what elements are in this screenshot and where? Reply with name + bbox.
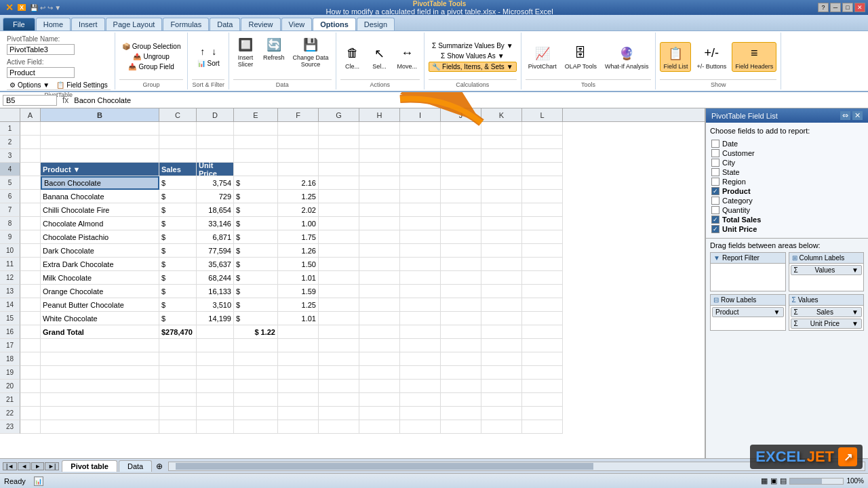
grid-cell[interactable] (441, 176, 481, 190)
grid-cell[interactable] (197, 420, 234, 434)
grid-cell[interactable] (359, 298, 400, 312)
grid-cell[interactable] (319, 393, 359, 407)
grid-cell[interactable] (197, 325, 234, 339)
clear-button[interactable]: 🗑 Cle... (340, 43, 365, 71)
sheet-nav-prev-prev[interactable]: |◄ (3, 462, 17, 470)
grid-cell[interactable] (41, 149, 159, 163)
grid-cell[interactable] (400, 149, 441, 163)
grid-cell[interactable] (441, 163, 481, 176)
field-checkbox-product[interactable]: Product (710, 186, 864, 196)
values-area[interactable]: Σ Values Σ Sales ▼ Σ Unit Price ▼ (789, 294, 865, 331)
grid-cell[interactable] (441, 352, 481, 366)
col-header-L[interactable]: L (522, 108, 563, 121)
grid-cell[interactable]: Sales (159, 163, 197, 176)
grid-cell[interactable] (522, 203, 563, 217)
col-header-F[interactable]: F (278, 108, 319, 121)
grid-cell[interactable] (481, 366, 522, 380)
grid-cell[interactable] (359, 312, 400, 325)
grid-cell[interactable] (481, 136, 522, 149)
grid-cell[interactable] (278, 380, 319, 393)
grid-cell[interactable]: 2.16 (278, 176, 319, 190)
field-settings-button[interactable]: 📋 Field Settings (54, 81, 111, 89)
grid-cell[interactable] (159, 122, 197, 136)
close-button[interactable]: ✕ (854, 3, 865, 12)
report-filter-area[interactable]: ▼ Report Filter (710, 252, 786, 291)
grid-cell[interactable]: $ (159, 217, 197, 230)
grid-cell[interactable] (359, 190, 400, 203)
grid-cell[interactable] (278, 163, 319, 176)
field-checkbox-total-sales[interactable]: Total Sales (710, 215, 864, 224)
sheet-nav-next[interactable]: ► (31, 462, 44, 470)
col-header-D[interactable]: D (197, 108, 234, 121)
group-selection-button[interactable]: 📦 Group Selection (119, 42, 184, 51)
grid-cell[interactable] (481, 298, 522, 312)
grid-cell[interactable] (400, 339, 441, 352)
grid-cell[interactable]: 1.01 (278, 271, 319, 285)
grid-cell[interactable]: $ 1.22 (234, 325, 278, 339)
grid-cell[interactable] (159, 366, 197, 380)
grid-cell[interactable]: $ (159, 258, 197, 271)
grid-cell[interactable] (441, 244, 481, 258)
minimize-button[interactable]: ─ (830, 3, 841, 12)
normal-view-button[interactable]: ▦ (761, 476, 768, 485)
col-header-G[interactable]: G (319, 108, 359, 121)
grid-cell[interactable]: $ (234, 176, 278, 190)
grid-cell[interactable] (234, 366, 278, 380)
grid-cell[interactable]: $ (234, 217, 278, 230)
grid-cell[interactable]: 1.25 (278, 190, 319, 203)
grid-cell[interactable] (441, 190, 481, 203)
grid-cell[interactable] (20, 339, 41, 352)
grid-cell[interactable] (441, 407, 481, 420)
field-checkbox-city[interactable]: City (710, 158, 864, 167)
grid-cell[interactable] (20, 325, 41, 339)
grid-cell[interactable] (197, 352, 234, 366)
grid-cell[interactable] (522, 163, 563, 176)
move-pivot-button[interactable]: ↔ Move... (395, 43, 420, 71)
grid-cell[interactable] (522, 217, 563, 230)
grid-cell[interactable] (20, 203, 41, 217)
grid-cell[interactable]: $ (234, 312, 278, 325)
grid-cell[interactable] (278, 420, 319, 434)
grid-cell[interactable] (359, 176, 400, 190)
grid-cell[interactable] (319, 203, 359, 217)
grid-cell[interactable] (20, 258, 41, 271)
grid-cell[interactable]: $ (234, 285, 278, 298)
grid-cell[interactable] (41, 122, 159, 136)
grid-cell[interactable] (400, 176, 441, 190)
grid-cell[interactable] (522, 136, 563, 149)
formula-input[interactable] (74, 96, 865, 104)
grid-cell[interactable] (41, 407, 159, 420)
grid-cell[interactable]: Orange Chocolate (41, 285, 159, 298)
grid-cell[interactable]: Banana Chocolate (41, 190, 159, 203)
grid-cell[interactable] (481, 420, 522, 434)
grid-cell[interactable] (481, 380, 522, 393)
grid-cell[interactable]: 2.02 (278, 203, 319, 217)
grid-cell[interactable]: 1.59 (278, 285, 319, 298)
field-list-move-button[interactable]: ⇔ (840, 111, 850, 120)
grid-cell[interactable] (481, 312, 522, 325)
grid-cell[interactable] (441, 258, 481, 271)
grid-cell[interactable] (522, 122, 563, 136)
grid-cell[interactable] (481, 230, 522, 244)
grid-cell[interactable] (522, 176, 563, 190)
grid-cell[interactable] (481, 163, 522, 176)
grid-cell[interactable]: 1.25 (278, 298, 319, 312)
grid-cell[interactable] (41, 136, 159, 149)
grid-cell[interactable] (359, 352, 400, 366)
grid-cell[interactable] (400, 298, 441, 312)
scroll-thumb[interactable] (176, 463, 593, 470)
grid-cell[interactable] (319, 312, 359, 325)
grid-cell[interactable] (41, 393, 159, 407)
grid-cell[interactable] (20, 217, 41, 230)
grid-cell[interactable] (400, 271, 441, 285)
grid-cell[interactable]: White Chocolate (41, 312, 159, 325)
grid-cell[interactable] (359, 203, 400, 217)
grid-cell[interactable] (20, 298, 41, 312)
grid-cell[interactable]: $ (234, 298, 278, 312)
grid-cell[interactable] (400, 380, 441, 393)
grid-cell[interactable] (441, 420, 481, 434)
fields-items-sets-button[interactable]: 🔧 Fields, Items, & Sets▼ (429, 62, 517, 72)
grid-cell[interactable] (20, 176, 41, 190)
grid-cell[interactable] (522, 285, 563, 298)
tab-data[interactable]: Data (210, 18, 240, 30)
